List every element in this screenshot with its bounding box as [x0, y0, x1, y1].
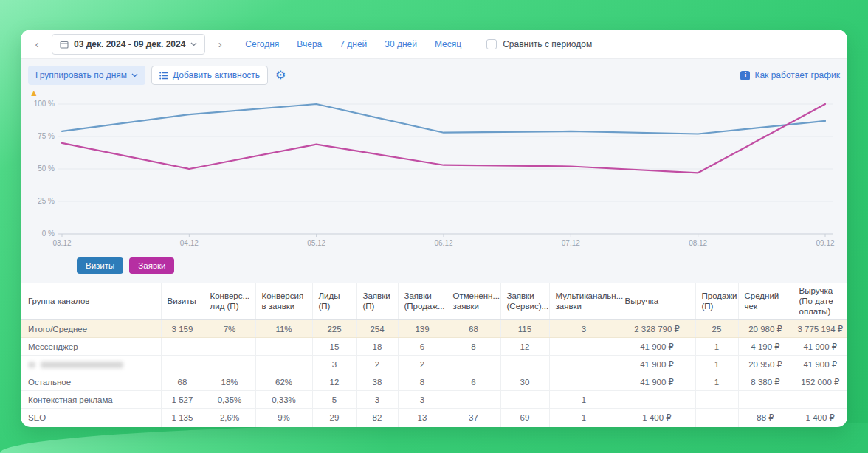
value-cell: 47	[312, 426, 356, 427]
svg-text:06.12: 06.12	[434, 239, 452, 247]
channel-name-cell[interactable]: Мессенджер	[21, 338, 161, 356]
channels-table: Группа каналовВизитыКонверс... лид (П)Ко…	[21, 283, 847, 427]
series-Заявки	[62, 104, 825, 173]
channel-name-cell[interactable]	[21, 356, 161, 373]
value-cell: 9%	[255, 409, 312, 426]
svg-text:03.12: 03.12	[52, 239, 71, 247]
value-cell: 1 135	[161, 409, 204, 426]
gear-icon[interactable]: ⚙	[275, 69, 286, 81]
table-row[interactable]: Сайт завода10470%470%4734349642 150 ₽929…	[21, 426, 847, 427]
channel-name-cell[interactable]: Итого/Среднее	[21, 320, 161, 338]
value-cell	[793, 391, 847, 409]
value-cell	[500, 391, 549, 409]
column-header[interactable]: Заявки (П)	[356, 283, 398, 320]
value-cell: 152 000 ₽	[793, 373, 847, 391]
table-row[interactable]: Итого/Среднее3 1597%11%2252541396811532 …	[21, 320, 847, 338]
value-cell	[447, 391, 500, 409]
legend-toggle-visits[interactable]: Визиты	[77, 257, 123, 274]
compare-checkbox[interactable]	[486, 39, 497, 49]
value-cell: 88 ₽	[738, 409, 793, 426]
value-cell	[619, 391, 695, 409]
value-cell	[447, 356, 500, 373]
column-header[interactable]: Заявки (Продаж...	[398, 283, 447, 320]
legend-toggle-leads[interactable]: Заявки	[129, 257, 174, 274]
value-cell: 20 980 ₽	[738, 320, 793, 338]
quick-period-link-7-days[interactable]: 7 дней	[340, 39, 367, 49]
value-cell: 0,35%	[204, 391, 255, 409]
value-cell: 1 400 ₽	[793, 409, 847, 426]
quick-period-link-30-days[interactable]: 30 дней	[385, 39, 417, 49]
value-cell: 41 900 ₽	[619, 373, 695, 391]
next-period-button[interactable]: ›	[211, 35, 229, 53]
column-header[interactable]: Заявки (Сервис)...	[500, 283, 549, 320]
column-header[interactable]: Выручка	[619, 283, 695, 320]
quick-period-link-month[interactable]: Месяц	[435, 39, 461, 49]
chart-toolbar: Группировать по дням Добавить активность…	[28, 65, 840, 86]
warning-icon[interactable]: ▲	[30, 89, 840, 98]
value-cell: 12	[500, 338, 549, 356]
column-header[interactable]: Средний чек	[738, 283, 793, 320]
column-header[interactable]: Лиды (П)	[312, 283, 356, 320]
value-cell	[204, 338, 255, 356]
value-cell: 4 190 ₽	[738, 338, 793, 356]
channel-name-cell[interactable]: Контекстная реклама	[21, 391, 161, 409]
compare-period-control[interactable]: Сравнить с периодом	[486, 39, 592, 49]
value-cell: 1	[695, 373, 738, 391]
value-cell: 34	[398, 426, 447, 427]
prev-period-button[interactable]: ‹	[28, 35, 46, 53]
chevron-down-icon	[190, 42, 197, 46]
column-header[interactable]: Выручка (По дате оплаты)	[793, 283, 847, 320]
column-header[interactable]: Отмененн... заявки	[447, 283, 500, 320]
quick-period-link-yesterday[interactable]: Вчера	[297, 39, 322, 49]
calendar-icon	[60, 40, 69, 49]
value-cell: 115	[500, 320, 549, 338]
value-cell: 82	[356, 409, 398, 426]
add-activity-button[interactable]: Добавить активность	[151, 66, 268, 85]
column-header[interactable]: Конверс... лид (П)	[204, 283, 255, 320]
value-cell: 8 380 ₽	[738, 373, 793, 391]
line-chart[interactable]: 0 %25 %50 %75 %100 %03.1204.1205.1206.12…	[28, 98, 840, 255]
table-row[interactable]: Мессенджер1518681241 900 ₽14 190 ₽41 900…	[21, 338, 847, 356]
list-icon	[159, 72, 168, 80]
value-cell: 41 900 ₽	[793, 338, 847, 356]
value-cell	[549, 426, 619, 427]
value-cell	[161, 338, 204, 356]
value-cell: 2	[356, 356, 398, 373]
how-it-works-link[interactable]: i Как работает график	[740, 70, 840, 80]
channel-name-cell[interactable]: Остальное	[21, 373, 161, 391]
value-cell: 29 189 ₽	[738, 426, 793, 427]
svg-text:50 %: 50 %	[38, 165, 55, 173]
channel-name-cell[interactable]: Сайт завода	[21, 426, 161, 427]
value-cell: 470%	[204, 426, 255, 427]
column-header[interactable]: Группа каналов	[21, 283, 161, 320]
table-row[interactable]: Остальное6818%62%1238863041 900 ₽18 380 …	[21, 373, 847, 391]
date-range-picker[interactable]: 03 дек. 2024 - 09 дек. 2024	[52, 34, 205, 55]
value-cell: 30	[500, 373, 549, 391]
channel-name-cell[interactable]: SEO	[21, 409, 161, 426]
svg-text:07.12: 07.12	[562, 239, 580, 247]
value-cell: 3	[549, 320, 619, 338]
value-cell: 12	[312, 373, 356, 391]
column-header[interactable]: Конверсия в заявки	[255, 283, 312, 320]
svg-text:08.12: 08.12	[689, 239, 707, 247]
value-cell: 1	[695, 338, 738, 356]
column-header[interactable]: Визиты	[161, 283, 204, 320]
group-by-dropdown[interactable]: Группировать по дням	[28, 66, 145, 85]
value-cell: 20 950 ₽	[738, 356, 793, 373]
value-cell	[500, 356, 549, 373]
value-cell: 225	[312, 320, 356, 338]
value-cell: 37	[447, 409, 500, 426]
value-cell: 68	[161, 373, 204, 391]
quick-period-link-today[interactable]: Сегодня	[245, 39, 279, 49]
table-row[interactable]: Контекстная реклама1 5270,35%0,33%5331	[21, 391, 847, 409]
chart-legend: ВизитыЗаявки	[77, 257, 840, 283]
svg-text:75 %: 75 %	[38, 132, 55, 140]
column-header[interactable]: Продажи (П)	[695, 283, 738, 320]
value-cell: 6	[447, 373, 500, 391]
table-row[interactable]: 32241 900 ₽120 950 ₽41 900 ₽	[21, 356, 847, 373]
table-row[interactable]: SEO1 1352,6%9%298213376911 400 ₽88 ₽1 40…	[21, 409, 847, 426]
value-cell: 10	[161, 426, 204, 427]
value-cell: 470%	[255, 426, 312, 427]
value-cell: 2 328 790 ₽	[619, 320, 695, 338]
column-header[interactable]: Мультиканальн... заявки	[549, 283, 619, 320]
